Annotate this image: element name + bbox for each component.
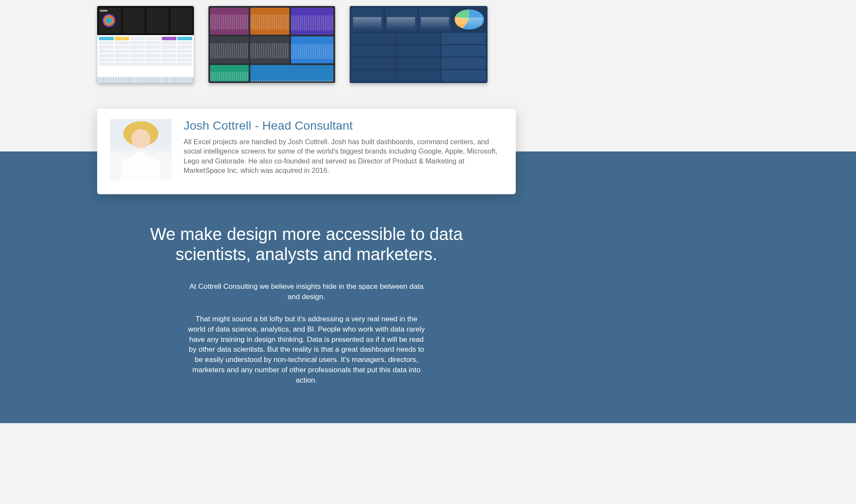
dashboard-thumb-2[interactable]	[208, 6, 335, 83]
avatar	[110, 119, 172, 181]
consultant-bio-card: Josh Cottrell - Head Consultant All Exce…	[97, 109, 516, 194]
bio-title: Josh Cottrell - Head Consultant	[184, 119, 502, 133]
mission-para-1: At Cottrell Consulting we believe insigh…	[187, 282, 425, 302]
mission-section: We make design more accessible to data s…	[0, 194, 856, 423]
dashboard-thumb-3[interactable]	[350, 6, 487, 83]
dashboard-thumb-1[interactable]: 71,654 2,423 93,202	[97, 6, 194, 83]
bio-body: All Excel projects are handled by Josh C…	[184, 137, 502, 175]
mission-para-2: That might sound a bit lofty but it's ad…	[187, 314, 425, 385]
mission-headline: We make design more accessible to data s…	[119, 224, 494, 264]
dashboard-gallery: 71,654 2,423 93,202	[0, 0, 856, 109]
